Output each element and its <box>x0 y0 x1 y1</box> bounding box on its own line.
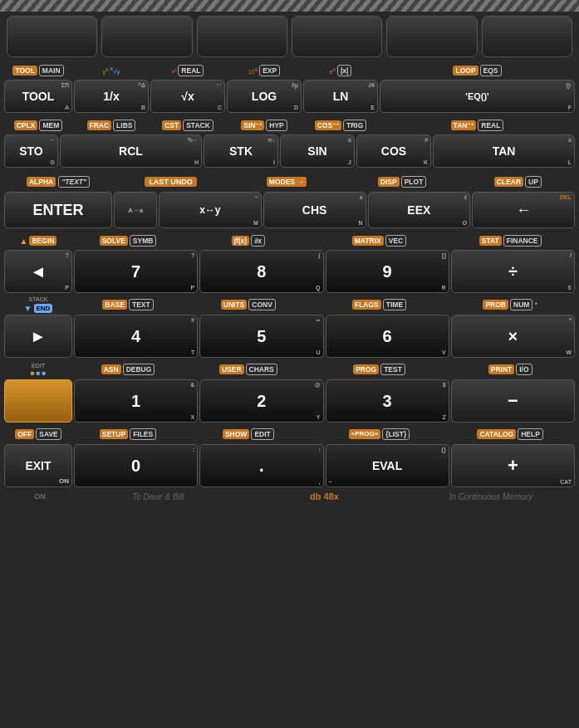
disp-label[interactable]: DISP <box>378 177 400 187</box>
taninv-label[interactable]: TAN⁻¹ <box>451 120 477 130</box>
sin-button[interactable]: SIN ≤ J <box>280 134 355 168</box>
plot-label[interactable]: PLOT <box>401 176 427 188</box>
libs-label[interactable]: LIBS <box>113 120 135 131</box>
dot-button[interactable]: . : , <box>199 444 323 487</box>
clear-label[interactable]: CLEAR <box>494 177 523 187</box>
mul-button[interactable]: × * W <box>451 315 575 358</box>
conv-label[interactable]: CONV <box>248 299 276 310</box>
base-label[interactable]: BASE <box>102 300 127 310</box>
eqs-label[interactable]: EQS <box>480 65 502 76</box>
real2-label[interactable]: REAL <box>478 120 503 131</box>
f1-button[interactable] <box>7 16 97 57</box>
alpha-label[interactable]: ALPHA <box>27 177 56 187</box>
f2-button[interactable] <box>101 16 192 57</box>
cosinv-label[interactable]: COS⁻¹ <box>315 120 341 130</box>
prob-label[interactable]: PROB <box>483 300 508 310</box>
n2-button[interactable]: 2 @ Y <box>199 379 323 423</box>
debug-label[interactable]: DEBUG <box>123 364 155 375</box>
swap-case-button[interactable]: A↔a <box>114 192 157 228</box>
right-arrow-button[interactable]: ► <box>4 315 72 358</box>
vec-label[interactable]: VEC <box>385 235 406 247</box>
cst-label[interactable]: CST <box>162 120 181 130</box>
cos-button[interactable]: COS ≠ K <box>356 134 431 168</box>
tan-button[interactable]: TAN ≥ L <box>433 134 575 168</box>
edit3-label[interactable]: EDIT <box>251 428 273 440</box>
hyp-label[interactable]: HYP <box>266 120 287 131</box>
log-button[interactable]: LOG ∂μ D <box>227 80 302 113</box>
show-label[interactable]: SHOW <box>223 429 249 439</box>
prog-label[interactable]: PROG <box>353 364 379 374</box>
frac-label[interactable]: FRAC <box>87 120 112 130</box>
mem-label[interactable]: MEM <box>39 120 62 131</box>
print-label[interactable]: PRINT <box>488 364 515 374</box>
flags-label[interactable]: FLAGS <box>352 300 381 310</box>
add-button[interactable]: + CAT <box>451 444 575 487</box>
n0-button[interactable]: 0 : <box>74 444 198 487</box>
chs-button[interactable]: CHS ± N <box>263 192 366 228</box>
off-label[interactable]: OFF <box>15 429 34 439</box>
lastundo-label[interactable]: LAST UNDO <box>145 177 197 188</box>
n3-button[interactable]: 3 $ Z <box>326 379 449 423</box>
setup-label[interactable]: SETUP <box>100 429 128 439</box>
main-label[interactable]: MAIN <box>39 65 64 76</box>
n8-button[interactable]: 8 ∫ Q <box>199 250 323 293</box>
save-label[interactable]: SAVE <box>36 428 61 440</box>
text2-label[interactable]: TEXT <box>129 299 154 310</box>
n9-button[interactable]: 9 [] R <box>326 250 449 293</box>
math-label[interactable]: TOOL <box>12 66 37 76</box>
n1-button[interactable]: 1 & X <box>74 379 198 423</box>
eq-button[interactable]: 'EQ()' ()· F <box>380 80 575 113</box>
left-arrow-button[interactable]: ◄ ? P <box>4 250 72 293</box>
sqrt-button[interactable]: √x ↑↑ C <box>150 80 225 113</box>
stat-label[interactable]: STAT <box>479 236 502 246</box>
real-label[interactable]: REAL <box>178 65 204 76</box>
f3-button[interactable] <box>197 16 287 57</box>
backspace-button[interactable]: ← DEL <box>472 192 575 228</box>
rcl-button[interactable]: RCL %← H <box>60 134 202 168</box>
asn-label[interactable]: ASN <box>101 364 121 374</box>
stack-label[interactable]: STACK <box>183 120 213 131</box>
f5-button[interactable] <box>386 16 477 57</box>
div-button[interactable]: ÷ / S <box>451 250 575 293</box>
begin-label[interactable]: BEGIN <box>29 236 56 246</box>
sub-button[interactable]: − <box>451 379 575 423</box>
end-label[interactable]: END <box>34 304 53 314</box>
absx-label[interactable]: |x| <box>337 65 351 76</box>
io-label[interactable]: I/O <box>516 364 532 375</box>
help-label[interactable]: HELP <box>518 428 543 440</box>
n7-button[interactable]: 7 ? P <box>74 250 198 293</box>
user-label[interactable]: USER <box>219 364 244 374</box>
modes-label[interactable]: MODES → <box>267 177 307 187</box>
files-label[interactable]: FILES <box>130 428 156 440</box>
sto-button[interactable]: STO → G <box>4 134 58 168</box>
num-label[interactable]: NUM <box>510 299 532 310</box>
time-label[interactable]: TIME <box>383 299 406 310</box>
eex-button[interactable]: EEX ε O <box>368 192 471 228</box>
matrix-label[interactable]: MATRIX <box>352 236 384 246</box>
exp-label[interactable]: EXP <box>259 65 280 76</box>
tool-button[interactable]: TOOL ΣΠ A <box>4 80 72 113</box>
diff-label[interactable]: ∂x <box>251 235 265 247</box>
finance-label[interactable]: FINANCE <box>503 235 542 247</box>
prog2-label[interactable]: «PROG» <box>349 429 380 439</box>
cplx-label[interactable]: CPLX <box>14 120 38 130</box>
f6-button[interactable] <box>482 16 572 57</box>
xy-button[interactable]: x↔y ~ M <box>159 192 262 228</box>
chars-label[interactable]: CHARS <box>246 364 277 375</box>
exit-button[interactable]: EXIT ON <box>4 444 72 487</box>
n5-button[interactable]: 5 ∞ U <box>199 315 323 358</box>
units-label[interactable]: UNITS <box>221 300 248 310</box>
solve-label[interactable]: SOLVE <box>100 236 128 246</box>
inv-button[interactable]: 1/x ^Δ B <box>74 80 149 113</box>
intfx-label[interactable]: ∫f(x) <box>232 236 250 246</box>
sininv-label[interactable]: SIN⁻¹ <box>241 120 264 130</box>
f4-button[interactable] <box>292 16 382 57</box>
eval-button[interactable]: EVAL {} ~ <box>326 444 449 487</box>
text-label[interactable]: "TEXT" <box>58 176 90 188</box>
enter-button[interactable]: ENTER <box>4 192 112 228</box>
loop-label[interactable]: LOOP <box>453 66 478 76</box>
list-label[interactable]: {LIST} <box>382 428 410 440</box>
orange-key-button[interactable] <box>4 379 72 423</box>
n4-button[interactable]: 4 # T <box>74 315 198 358</box>
stk-button[interactable]: STK π↓ I <box>204 134 278 168</box>
